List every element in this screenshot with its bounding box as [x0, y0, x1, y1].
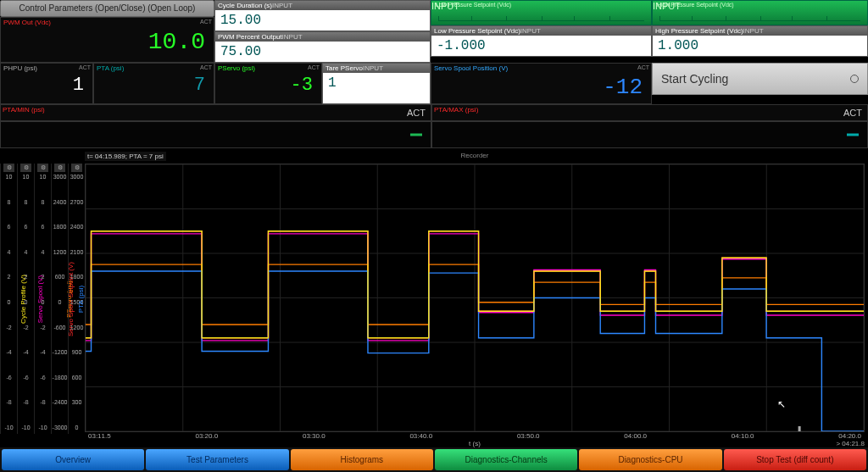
pwm-out-value: 10.0: [1, 27, 214, 58]
servo-spool-value: -12: [431, 73, 651, 103]
recorder-y-scales: ⚙1086420-2-4-6-8-10Cycle Profile (V)⚙108…: [0, 164, 85, 434]
pservo-label: PServo (psi): [215, 64, 321, 73]
ptamin-bar: [0, 121, 431, 148]
pta-label: PTA (psi): [94, 64, 214, 73]
servo-spool-label: Servo Spool Position (V): [431, 64, 651, 73]
bottom-nav: Overview Test Parameters Histograms Diag…: [0, 447, 868, 472]
lp-setpoint-input[interactable]: Low Pressure Setpoint (Vdc)INPUT -1.000: [431, 25, 652, 57]
tare-pservo-input[interactable]: Tare PServoINPUT 1: [322, 63, 431, 104]
scale-config-icon[interactable]: ⚙: [37, 164, 48, 172]
pwm-out-label: PWM Out (Vdc): [1, 18, 214, 27]
pwm-percent-input[interactable]: PWM Percent OutputINPUT 75.00: [214, 31, 431, 63]
cycle-duration-input[interactable]: Cycle Duration (s)INPUT 15.00: [214, 0, 431, 31]
hp-setpoint-input[interactable]: High Pressure Setpoint (Vdc)INPUT 1.000: [652, 25, 868, 57]
pservo-value: -3: [215, 73, 321, 99]
nav-diag-channels[interactable]: Diagnostics-Channels: [435, 449, 577, 470]
hp-setpoint-slider[interactable]: High Pressure Setpoint (Vdc) INPUT: [652, 0, 868, 25]
ptamin-label: PTA/MIN (psi): [3, 106, 45, 114]
phpu-value: 1: [1, 73, 92, 99]
start-cycling-button[interactable]: Start Cycling: [652, 63, 868, 95]
nav-overview[interactable]: Overview: [2, 449, 144, 470]
control-parameters-button[interactable]: Control Parameters (Open/Close) (Open Lo…: [0, 0, 214, 17]
scale-config-icon[interactable]: ⚙: [71, 164, 82, 172]
recorder-x-axis: t (s) 03:11.503:20.003:30.003:40.003:50.…: [85, 432, 865, 447]
nav-diag-cpu[interactable]: Diagnostics-CPU: [579, 449, 721, 470]
pwm-out-tag: ACT: [200, 19, 212, 25]
nav-histograms[interactable]: Histograms: [291, 449, 433, 470]
start-cycling-indicator-icon: [850, 75, 859, 83]
ptamax-bar: [431, 121, 868, 148]
nav-test-params[interactable]: Test Parameters: [146, 449, 288, 470]
pta-value: 7: [94, 73, 214, 99]
ptamax-label: PTA/MAX (psi): [434, 106, 478, 114]
lp-setpoint-slider[interactable]: Low Pressure Setpoint (Vdc) INPUT: [431, 0, 652, 25]
recorder-title: Recorder: [85, 152, 865, 159]
recorder-plot[interactable]: ↖: [85, 164, 865, 432]
nav-stop-test[interactable]: Stop Test (diff count): [724, 449, 866, 470]
scale-config-icon[interactable]: ⚙: [54, 164, 65, 172]
scale-config-icon[interactable]: ⚙: [3, 164, 14, 172]
scale-config-icon[interactable]: ⚙: [20, 164, 31, 172]
